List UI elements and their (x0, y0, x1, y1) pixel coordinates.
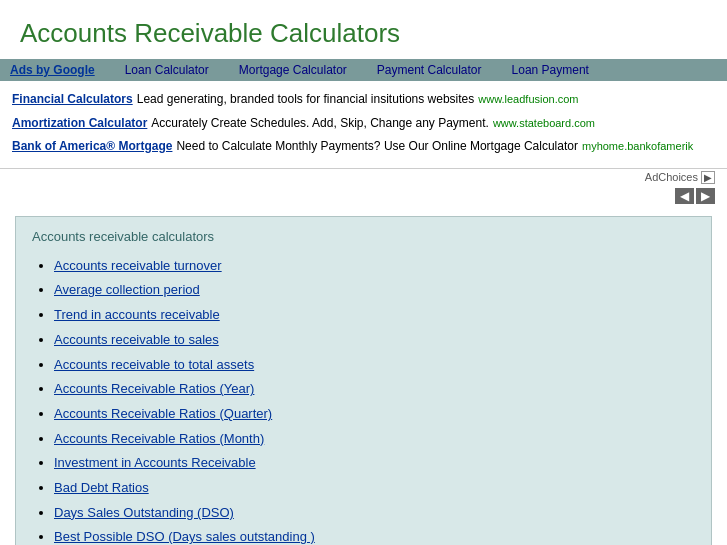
list-item: Accounts Receivable Ratios (Month) (54, 427, 695, 452)
list-link-10[interactable]: Days Sales Outstanding (DSO) (54, 505, 234, 520)
page-title: Accounts Receivable Calculators (20, 18, 707, 49)
ad-bar-link-3[interactable]: Payment Calculator (377, 63, 482, 77)
ad-url-1[interactable]: www.leadfusion.com (478, 90, 578, 110)
list-item: Accounts receivable to total assets (54, 353, 695, 378)
list-item: Accounts Receivable Ratios (Quarter) (54, 402, 695, 427)
ad-row-1: Financial Calculators Lead generating, b… (12, 89, 715, 111)
list-link-11[interactable]: Best Possible DSO (Days sales outstandin… (54, 529, 315, 544)
ad-bar-link-1[interactable]: Loan Calculator (125, 63, 209, 77)
list-link-2[interactable]: Trend in accounts receivable (54, 307, 220, 322)
adchoices-label: AdChoices (645, 171, 698, 183)
ad-desc-2: Accurately Create Schedules. Add, Skip, … (151, 113, 489, 135)
list-item: Investment in Accounts Receivable (54, 451, 695, 476)
list-item: Best Possible DSO (Days sales outstandin… (54, 525, 695, 545)
list-link-1[interactable]: Average collection period (54, 282, 200, 297)
ad-bar-link-2[interactable]: Mortgage Calculator (239, 63, 347, 77)
ad-url-2[interactable]: www.stateboard.com (493, 114, 595, 134)
list-item: Bad Debt Ratios (54, 476, 695, 501)
list-link-6[interactable]: Accounts Receivable Ratios (Quarter) (54, 406, 272, 421)
list-link-8[interactable]: Investment in Accounts Receivable (54, 455, 256, 470)
section-heading: Accounts receivable calculators (32, 229, 695, 244)
nav-next-button[interactable]: ▶ (696, 188, 715, 204)
list-item: Accounts receivable turnover (54, 254, 695, 279)
ad-desc-3: Need to Calculate Monthly Payments? Use … (176, 136, 578, 158)
ad-bar-link-4[interactable]: Loan Payment (512, 63, 589, 77)
header: Accounts Receivable Calculators (0, 0, 727, 59)
main-content-box: Accounts receivable calculators Accounts… (15, 216, 712, 545)
ad-row-2: Amortization Calculator Accurately Creat… (12, 113, 715, 135)
page-wrapper: Accounts Receivable Calculators Ads by G… (0, 0, 727, 545)
adchoices-text: AdChoices ▶ (645, 171, 715, 184)
ad-url-3[interactable]: myhome.bankofamerik (582, 137, 693, 157)
calculator-list: Accounts receivable turnover Average col… (32, 254, 695, 545)
ad-row-3: Bank of America® Mortgage Need to Calcul… (12, 136, 715, 158)
ad-title-2[interactable]: Amortization Calculator (12, 113, 147, 135)
adchoices-row: AdChoices ▶ (0, 169, 727, 186)
ads-by-google-label[interactable]: Ads by Google (10, 63, 95, 77)
list-link-7[interactable]: Accounts Receivable Ratios (Month) (54, 431, 264, 446)
list-link-0[interactable]: Accounts receivable turnover (54, 258, 222, 273)
ad-title-3[interactable]: Bank of America® Mortgage (12, 136, 172, 158)
list-item: Accounts Receivable Ratios (Year) (54, 377, 695, 402)
ad-content-area: Financial Calculators Lead generating, b… (0, 81, 727, 169)
ad-title-1[interactable]: Financial Calculators (12, 89, 133, 111)
adchoices-icon[interactable]: ▶ (701, 171, 715, 184)
list-link-5[interactable]: Accounts Receivable Ratios (Year) (54, 381, 254, 396)
list-item: Average collection period (54, 278, 695, 303)
nav-arrows: ◀ ▶ (0, 186, 727, 206)
list-item: Accounts receivable to sales (54, 328, 695, 353)
list-item: Days Sales Outstanding (DSO) (54, 501, 695, 526)
list-link-3[interactable]: Accounts receivable to sales (54, 332, 219, 347)
ad-desc-1: Lead generating, branded tools for finan… (137, 89, 475, 111)
list-link-4[interactable]: Accounts receivable to total assets (54, 357, 254, 372)
ad-bar: Ads by Google Loan Calculator Mortgage C… (0, 59, 727, 81)
list-link-9[interactable]: Bad Debt Ratios (54, 480, 149, 495)
list-item: Trend in accounts receivable (54, 303, 695, 328)
nav-prev-button[interactable]: ◀ (675, 188, 694, 204)
